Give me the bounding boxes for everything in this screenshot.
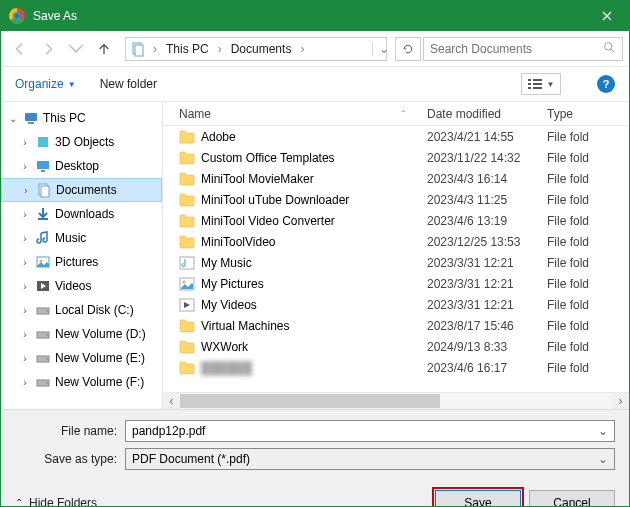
scroll-left[interactable]: ‹ <box>163 393 180 410</box>
svg-point-2 <box>605 42 612 49</box>
expand-icon[interactable]: › <box>19 329 31 340</box>
search-input[interactable] <box>423 37 623 61</box>
file-row[interactable]: My Music2023/3/31 12:21File fold <box>163 252 629 273</box>
tree-item[interactable]: ›Pictures <box>1 250 162 274</box>
3d-icon <box>35 134 51 150</box>
breadcrumb-folder[interactable]: Documents <box>229 42 294 56</box>
navbar: › This PC › Documents › ⌄ <box>1 31 629 67</box>
filename-label: File name: <box>15 424 125 438</box>
expand-icon[interactable]: › <box>19 305 31 316</box>
file-rows[interactable]: Adobe2023/4/21 14:55File foldCustom Offi… <box>163 126 629 392</box>
file-row[interactable]: WXWork2024/9/13 8:33File fold <box>163 336 629 357</box>
view-options[interactable]: ▼ <box>521 73 561 95</box>
file-row[interactable]: My Videos2023/3/31 12:21File fold <box>163 294 629 315</box>
tree-root-thispc[interactable]: ⌄ This PC <box>1 106 162 130</box>
pc-icon <box>23 110 39 126</box>
col-date[interactable]: Date modified <box>427 107 547 121</box>
svg-point-27 <box>46 382 48 384</box>
help-button[interactable]: ? <box>597 75 615 93</box>
file-date: 2023/4/21 14:55 <box>427 130 547 144</box>
nav-tree[interactable]: ⌄ This PC ›3D Objects›Desktop›Documents›… <box>1 102 163 409</box>
scroll-track[interactable] <box>180 393 612 410</box>
close-button[interactable] <box>584 1 629 31</box>
titlebar: Save As <box>1 1 629 31</box>
hide-folders-button[interactable]: ⌃ Hide Folders <box>15 496 97 508</box>
tree-item[interactable]: ›Videos <box>1 274 162 298</box>
file-row[interactable]: ██████2023/4/6 16:17File fold <box>163 357 629 378</box>
close-icon <box>602 11 612 21</box>
file-name: ██████ <box>201 361 427 375</box>
file-type: File fold <box>547 172 589 186</box>
savetype-dropdown[interactable]: ⌄ <box>598 452 608 466</box>
organize-menu[interactable]: Organize▼ <box>15 77 76 91</box>
address-bar[interactable]: › This PC › Documents › ⌄ <box>125 37 387 61</box>
recent-dropdown[interactable] <box>63 36 89 62</box>
filename-field[interactable]: ⌄ <box>125 420 615 442</box>
desktop-icon <box>35 158 51 174</box>
file-name: Adobe <box>201 130 427 144</box>
file-date: 2023/3/31 12:21 <box>427 298 547 312</box>
expand-icon[interactable]: › <box>19 281 31 292</box>
expand-icon[interactable]: › <box>19 233 31 244</box>
tree-item[interactable]: ›New Volume (F:) <box>1 370 162 394</box>
savetype-value: PDF Document (*.pdf) <box>132 452 598 466</box>
tree-item[interactable]: ›Desktop <box>1 154 162 178</box>
file-row[interactable]: MiniToolVideo2023/12/25 13:53File fold <box>163 231 629 252</box>
savetype-field[interactable]: PDF Document (*.pdf) ⌄ <box>125 448 615 470</box>
file-row[interactable]: Custom Office Templates2023/11/22 14:32F… <box>163 147 629 168</box>
filename-dropdown[interactable]: ⌄ <box>598 424 608 438</box>
file-row[interactable]: Adobe2023/4/21 14:55File fold <box>163 126 629 147</box>
expand-icon[interactable]: › <box>19 257 31 268</box>
expand-icon[interactable]: › <box>19 209 31 220</box>
svg-rect-9 <box>25 113 37 121</box>
col-name[interactable]: Name⌃ <box>179 107 427 121</box>
svg-point-30 <box>183 280 186 283</box>
file-name: MiniTool MovieMaker <box>201 172 427 186</box>
file-row[interactable]: My Pictures2023/3/31 12:21File fold <box>163 273 629 294</box>
collapse-icon[interactable]: ⌄ <box>7 113 19 124</box>
tree-item[interactable]: ›3D Objects <box>1 130 162 154</box>
svg-rect-12 <box>37 161 49 169</box>
new-folder-button[interactable]: New folder <box>100 77 157 91</box>
tree-item-label: 3D Objects <box>55 135 114 149</box>
filename-input[interactable] <box>132 424 598 438</box>
expand-icon[interactable]: › <box>19 353 31 364</box>
cancel-button[interactable]: Cancel <box>529 490 615 507</box>
tree-item[interactable]: ›Music <box>1 226 162 250</box>
tree-item[interactable]: ›Documents <box>1 178 162 202</box>
expand-icon[interactable]: › <box>19 137 31 148</box>
expand-icon[interactable]: › <box>19 377 31 388</box>
music-link-icon <box>179 256 195 270</box>
tree-item[interactable]: ›Downloads <box>1 202 162 226</box>
tree-item[interactable]: ›Local Disk (C:) <box>1 298 162 322</box>
downloads-icon <box>35 206 51 222</box>
expand-icon[interactable]: › <box>19 161 31 172</box>
file-row[interactable]: Virtual Machines2023/8/17 15:46File fold <box>163 315 629 336</box>
scroll-right[interactable]: › <box>612 393 629 410</box>
savetype-label: Save as type: <box>15 452 125 466</box>
up-button[interactable] <box>91 36 117 62</box>
svg-rect-3 <box>528 79 531 81</box>
tree-item[interactable]: ›New Volume (D:) <box>1 322 162 346</box>
tree-item[interactable]: ›New Volume (E:) <box>1 346 162 370</box>
file-type: File fold <box>547 361 589 375</box>
videos-icon <box>35 278 51 294</box>
svg-rect-5 <box>528 83 531 85</box>
file-list: Name⌃ Date modified Type Adobe2023/4/21 … <box>163 102 629 409</box>
tree-item-label: Music <box>55 231 86 245</box>
search-field[interactable] <box>430 42 603 56</box>
file-type: File fold <box>547 277 589 291</box>
save-button[interactable]: Save <box>435 490 521 507</box>
file-row[interactable]: MiniTool Video Converter2023/4/6 13:19Fi… <box>163 210 629 231</box>
forward-button[interactable] <box>35 36 61 62</box>
breadcrumb-root[interactable]: This PC <box>164 42 211 56</box>
h-scrollbar[interactable]: ‹ › <box>163 392 629 409</box>
file-row[interactable]: MiniTool MovieMaker2023/4/3 16:14File fo… <box>163 168 629 189</box>
file-row[interactable]: MiniTool uTube Downloader2023/4/3 11:25F… <box>163 189 629 210</box>
refresh-button[interactable] <box>395 37 421 61</box>
col-type[interactable]: Type <box>547 107 629 121</box>
scroll-thumb[interactable] <box>180 394 440 408</box>
back-button[interactable] <box>7 36 33 62</box>
expand-icon[interactable]: › <box>20 185 32 196</box>
address-dropdown[interactable]: ⌄ <box>372 42 382 56</box>
